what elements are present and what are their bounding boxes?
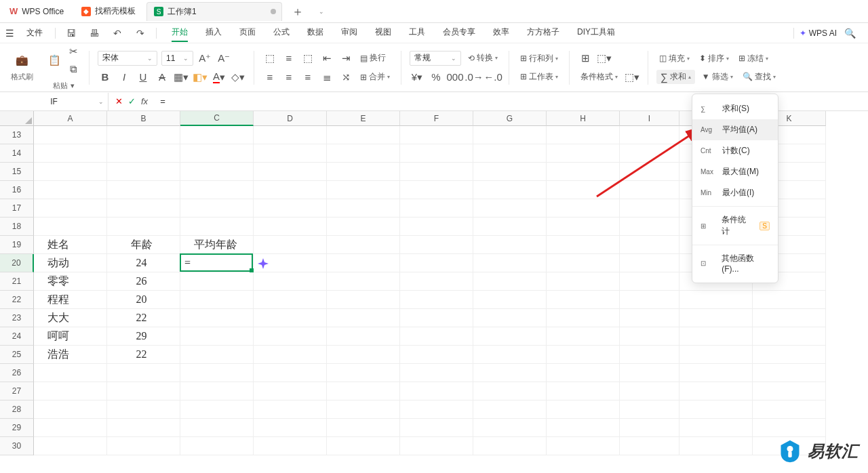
cell-F30[interactable] [400, 437, 473, 455]
cell-E28[interactable] [327, 400, 400, 419]
copy-icon[interactable]: ⧉ [66, 62, 81, 77]
cell-G29[interactable] [473, 419, 547, 437]
name-box[interactable]: IF ⌄ [0, 93, 108, 110]
worksheet-button[interactable]: ⊞ 工作表 ▾ [517, 70, 561, 84]
cell-D29[interactable] [254, 419, 327, 437]
tab-document[interactable]: S 工作簿1 [146, 2, 282, 21]
align-left-icon[interactable]: ≡ [262, 70, 277, 85]
sort-button[interactable]: ⬍ 排序 ▾ [696, 52, 732, 66]
new-tab-button[interactable]: ＋ [286, 3, 309, 20]
cell-B27[interactable] [107, 382, 180, 400]
cell-K22[interactable] [753, 291, 826, 309]
cell-E22[interactable] [327, 291, 400, 309]
cell-B30[interactable] [107, 437, 180, 455]
cell-F16[interactable] [400, 181, 473, 199]
cell-I29[interactable] [620, 419, 679, 437]
cell-G17[interactable] [473, 199, 547, 218]
font-family-select[interactable]: 宋体⌄ [98, 51, 157, 66]
cell-H15[interactable] [547, 163, 620, 181]
cell-B14[interactable] [107, 144, 180, 163]
cell-G25[interactable] [473, 346, 547, 364]
cell-D21[interactable] [254, 272, 327, 291]
file-menu[interactable]: 文件 [21, 26, 48, 40]
cell-J23[interactable] [679, 309, 753, 327]
cell-F29[interactable] [400, 419, 473, 437]
cell-K28[interactable] [753, 400, 826, 419]
cell-J24[interactable] [679, 327, 753, 346]
cell-D14[interactable] [254, 144, 327, 163]
cell-E25[interactable] [327, 346, 400, 364]
col-header-F[interactable]: F [400, 111, 473, 126]
col-header-A[interactable]: A [34, 111, 107, 126]
cell-F26[interactable] [400, 364, 473, 382]
cell-D27[interactable] [254, 382, 327, 400]
cell-B20[interactable]: 24 [107, 254, 180, 272]
align-center-icon[interactable]: ≡ [281, 70, 296, 85]
cell-A20[interactable]: 动动 [34, 254, 107, 272]
cell-A17[interactable] [34, 199, 107, 218]
cell-C27[interactable] [180, 382, 254, 400]
comma-icon[interactable]: 000 [448, 70, 462, 85]
menu-tab-data[interactable]: 数据 [307, 24, 323, 42]
cut-icon[interactable]: ✂ [66, 44, 81, 59]
bold-icon[interactable]: B [98, 70, 113, 85]
menu-tab-ffgz[interactable]: 方方格子 [527, 24, 559, 42]
cell-D22[interactable] [254, 291, 327, 309]
cell-E13[interactable] [327, 126, 400, 144]
cell-F21[interactable] [400, 272, 473, 291]
cell-E29[interactable] [327, 419, 400, 437]
row-header-17[interactable]: 17 [0, 199, 34, 218]
cell-B19[interactable]: 年龄 [107, 236, 180, 254]
cell-G19[interactable] [473, 236, 547, 254]
row-header-25[interactable]: 25 [0, 346, 34, 364]
row-header-19[interactable]: 19 [0, 236, 34, 254]
cell-F28[interactable] [400, 400, 473, 419]
cell-C22[interactable] [180, 291, 254, 309]
cell-A23[interactable]: 大大 [34, 309, 107, 327]
cell-C14[interactable] [180, 144, 254, 163]
menu-tab-tools[interactable]: 工具 [409, 24, 425, 42]
cell-E30[interactable] [327, 437, 400, 455]
cell-D17[interactable] [254, 199, 327, 218]
cell-F19[interactable] [400, 236, 473, 254]
cell-F17[interactable] [400, 199, 473, 218]
cell-F24[interactable] [400, 327, 473, 346]
currency-icon[interactable]: ¥▾ [410, 70, 425, 85]
rowcol-button[interactable]: ⊞ 行和列 ▾ [517, 52, 561, 66]
cell-H18[interactable] [547, 218, 620, 236]
cell-A26[interactable] [34, 364, 107, 382]
cell-C28[interactable] [180, 400, 254, 419]
cell-H21[interactable] [547, 272, 620, 291]
col-header-D[interactable]: D [254, 111, 327, 126]
col-header-H[interactable]: H [547, 111, 620, 126]
cell-D16[interactable] [254, 181, 327, 199]
cell-C29[interactable] [180, 419, 254, 437]
menu-tab-formula[interactable]: 公式 [273, 24, 290, 42]
col-header-I[interactable]: I [620, 111, 679, 126]
formula-confirm-icon[interactable]: ✓ [128, 96, 136, 106]
cell-H25[interactable] [547, 346, 620, 364]
row-header-24[interactable]: 24 [0, 327, 34, 346]
cell-D28[interactable] [254, 400, 327, 419]
menu-tab-diy[interactable]: DIY工具箱 [577, 24, 615, 42]
orient-icon[interactable]: ⤭ [338, 70, 353, 85]
cell-G23[interactable] [473, 309, 547, 327]
row-header-30[interactable]: 30 [0, 437, 34, 455]
font-size-select[interactable]: 11⌄ [161, 51, 193, 66]
cell-F15[interactable] [400, 163, 473, 181]
cell-K26[interactable] [753, 364, 826, 382]
cell-H20[interactable] [547, 254, 620, 272]
font-grow-icon[interactable]: A⁺ [197, 51, 212, 66]
cell-A14[interactable] [34, 144, 107, 163]
cell-H14[interactable] [547, 144, 620, 163]
cell-G27[interactable] [473, 382, 547, 400]
cell-I26[interactable] [620, 364, 679, 382]
cell-E19[interactable] [327, 236, 400, 254]
underline-icon[interactable]: U [136, 70, 151, 85]
percent-icon[interactable]: % [429, 70, 443, 85]
cell-A18[interactable] [34, 218, 107, 236]
cell-J25[interactable] [679, 346, 753, 364]
cell-H29[interactable] [547, 419, 620, 437]
cell-A19[interactable]: 姓名 [34, 236, 107, 254]
row-header-22[interactable]: 22 [0, 291, 34, 309]
